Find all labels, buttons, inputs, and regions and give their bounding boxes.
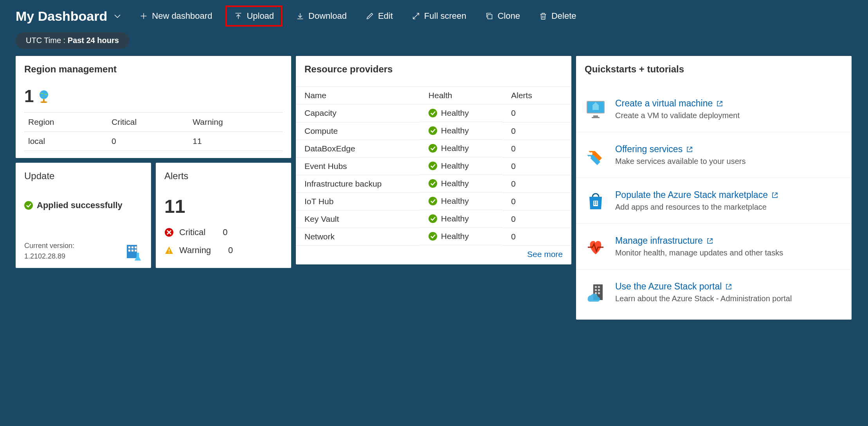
quickstart-item[interactable]: Manage infrastructure Monitor health, ma…: [576, 224, 852, 270]
svg-rect-11: [43, 99, 45, 101]
upload-icon: [234, 12, 243, 20]
svg-rect-15: [128, 246, 130, 248]
quickstart-link[interactable]: Offering services: [615, 144, 746, 155]
region-table-header: Region Critical Warning: [24, 113, 283, 132]
rp-cell-name: IoT Hub: [296, 192, 420, 210]
region-management-tile[interactable]: Region management 1 Region Critical Warn…: [16, 56, 291, 158]
edit-button[interactable]: Edit: [360, 8, 398, 24]
quickstart-link[interactable]: Manage infrastructure: [615, 235, 783, 246]
rp-cell-health: Healthy: [420, 104, 502, 122]
svg-line-48: [774, 193, 777, 196]
alerts-warning-label: Warning: [179, 245, 211, 255]
healthy-icon: [429, 197, 437, 205]
time-filter-pill[interactable]: UTC Time : Past 24 hours: [16, 32, 129, 49]
svg-point-33: [429, 214, 437, 223]
rp-cell-alerts: 0: [502, 175, 571, 192]
success-icon: [24, 201, 33, 210]
alerts-warning-row[interactable]: Warning 0: [164, 241, 283, 259]
resource-providers-tile[interactable]: Resource providers Name Health Alerts Ca…: [296, 56, 571, 264]
svg-rect-17: [135, 246, 137, 248]
svg-point-40: [590, 152, 592, 155]
rp-table-row[interactable]: NetworkHealthy0: [296, 228, 571, 245]
delete-button[interactable]: Delete: [533, 8, 582, 24]
quickstart-item[interactable]: Use the Azure Stack portal Learn about t…: [576, 270, 852, 315]
rp-table-row[interactable]: ComputeHealthy0: [296, 122, 571, 140]
svg-rect-53: [595, 289, 597, 291]
healthy-icon: [429, 109, 437, 117]
svg-point-34: [429, 232, 437, 241]
rp-table-row[interactable]: DataBoxEdgeHealthy0: [296, 140, 571, 157]
rp-table-row[interactable]: Infrastructure backupHealthy0: [296, 175, 571, 192]
svg-line-6: [413, 13, 419, 19]
rp-cell-name: Event Hubs: [296, 157, 420, 175]
healthy-icon: [429, 144, 437, 153]
edit-label: Edit: [378, 11, 393, 21]
warning-icon: [164, 246, 174, 255]
rp-cell-name: Compute: [296, 122, 420, 140]
quickstart-link[interactable]: Create a virtual machine: [615, 98, 740, 109]
svg-rect-18: [128, 250, 130, 252]
quickstart-link[interactable]: Populate the Azure Stack marketplace: [615, 190, 778, 200]
clone-label: Clone: [497, 11, 520, 21]
svg-rect-25: [169, 249, 169, 252]
clone-button[interactable]: Clone: [479, 8, 525, 24]
quickstart-icon: [585, 144, 607, 166]
quickstart-desc: Monitor health, manage updates and other…: [615, 248, 783, 257]
globe-icon: [38, 90, 50, 103]
full-screen-button[interactable]: Full screen: [406, 8, 472, 24]
fullscreen-icon: [412, 12, 420, 20]
healthy-icon: [429, 162, 437, 170]
svg-rect-19: [131, 250, 133, 252]
rp-cell-name: DataBoxEdge: [296, 140, 420, 157]
region-col-warning: Warning: [189, 113, 283, 132]
critical-icon: [164, 228, 174, 237]
external-link-icon: [726, 284, 732, 290]
rp-cell-alerts: 0: [502, 192, 571, 210]
svg-point-29: [429, 144, 437, 153]
download-button[interactable]: Download: [290, 8, 352, 24]
alerts-critical-row[interactable]: Critical 0: [164, 223, 283, 241]
building-upload-icon: [122, 243, 142, 261]
external-link-icon: [686, 146, 693, 153]
svg-rect-45: [596, 201, 597, 203]
update-status: Applied successfully: [24, 200, 142, 210]
rp-cell-health: Healthy: [420, 228, 502, 245]
rp-cell-alerts: 0: [502, 228, 571, 245]
rp-cell-alerts: 0: [502, 104, 571, 122]
svg-rect-47: [596, 203, 597, 205]
rp-table-row[interactable]: CapacityHealthy0: [296, 104, 571, 122]
rp-cell-name: Key Vault: [296, 210, 420, 228]
external-link-icon: [717, 101, 723, 107]
quickstart-item[interactable]: Populate the Azure Stack marketplace Add…: [576, 178, 852, 224]
upload-button[interactable]: Upload: [225, 5, 283, 27]
rp-cell-health: Healthy: [420, 157, 502, 175]
quickstart-desc: Make services available to your users: [615, 157, 746, 166]
rp-cell-health: Healthy: [420, 210, 502, 228]
region-table: Region Critical Warning local 0 11: [24, 112, 283, 153]
see-more-link[interactable]: See more: [527, 250, 563, 259]
quickstart-item[interactable]: Create a virtual machine Create a VM to …: [576, 86, 852, 132]
region-table-row[interactable]: local 0 11: [24, 132, 283, 151]
alerts-tile[interactable]: Alerts 11 Critical 0 Warning: [156, 163, 291, 268]
quickstart-icon: [585, 190, 607, 212]
delete-icon: [539, 12, 547, 20]
quickstart-icon: [585, 235, 607, 257]
quickstart-desc: Add apps and resources to the marketplac…: [615, 203, 778, 212]
rp-table-row[interactable]: IoT HubHealthy0: [296, 192, 571, 210]
alerts-critical-value: 0: [223, 227, 227, 237]
quickstart-link[interactable]: Use the Azure Stack portal: [615, 281, 792, 292]
upload-label: Upload: [247, 11, 274, 21]
chevron-down-icon: [113, 11, 122, 21]
healthy-icon: [429, 179, 437, 188]
quickstart-item[interactable]: Offering services Make services availabl…: [576, 132, 852, 178]
dashboard-title-selector[interactable]: My Dashboard: [16, 9, 122, 24]
edit-icon: [366, 12, 374, 20]
rp-cell-health: Healthy: [420, 175, 502, 192]
rp-table-row[interactable]: Key VaultHealthy0: [296, 210, 571, 228]
svg-rect-56: [598, 292, 600, 294]
region-col-critical: Critical: [108, 113, 189, 132]
new-dashboard-button[interactable]: New dashboard: [134, 8, 218, 24]
rp-table-row[interactable]: Event HubsHealthy0: [296, 157, 571, 175]
alerts-count: 11: [164, 196, 283, 217]
update-tile[interactable]: Update Applied successfully Current vers…: [16, 163, 151, 268]
